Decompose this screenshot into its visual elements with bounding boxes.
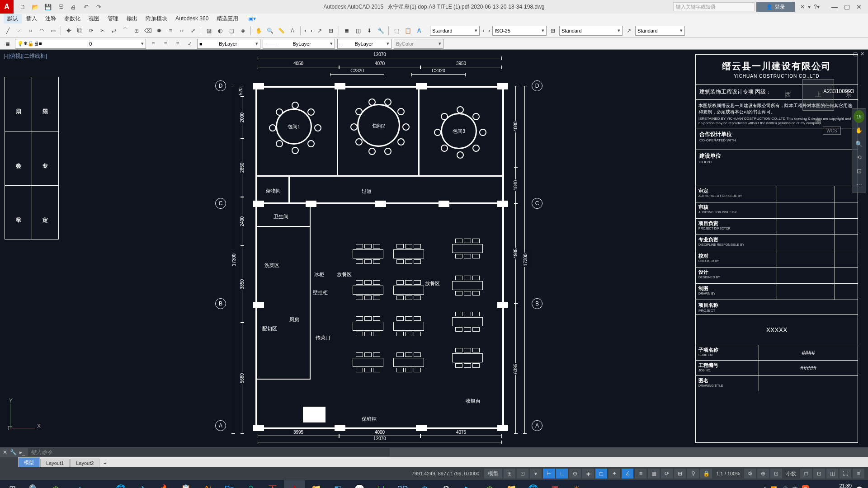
- ws-switch-icon[interactable]: ⚙: [744, 469, 756, 479]
- tab-layout2[interactable]: Layout2: [70, 459, 99, 467]
- layermgr-icon[interactable]: ≣: [3, 39, 13, 49]
- autoscale-toggle[interactable]: 🔒: [700, 469, 712, 479]
- polyline-icon[interactable]: ⟋: [14, 26, 24, 36]
- plot-icon[interactable]: 🖨: [69, 2, 78, 11]
- hatch-icon[interactable]: ▨: [204, 26, 214, 36]
- trans-toggle[interactable]: ▦: [648, 469, 660, 479]
- pan-icon[interactable]: ✋: [254, 26, 264, 36]
- units-icon[interactable]: ⊡: [770, 469, 782, 479]
- layer-combo[interactable]: 💡❄🔓🖨■ 0: [15, 39, 146, 49]
- nav-showm-icon[interactable]: ⊡: [854, 164, 864, 177]
- nav-wheel-icon[interactable]: 19: [854, 110, 864, 123]
- start-button[interactable]: ⊞: [2, 480, 23, 488]
- app-icon[interactable]: 🌐: [523, 480, 543, 488]
- sogou-icon[interactable]: S: [802, 485, 809, 488]
- mlstyle-combo[interactable]: Standard: [635, 26, 685, 36]
- polar-toggle[interactable]: ⊙: [569, 469, 581, 479]
- iso-toggle[interactable]: ◈: [582, 469, 594, 479]
- tablestyle-combo[interactable]: Standard: [559, 26, 623, 36]
- stretch-icon[interactable]: ↔: [177, 26, 187, 36]
- tab-model[interactable]: 模型: [18, 457, 40, 467]
- dimstyle-combo[interactable]: ISO-25: [492, 26, 547, 36]
- fillet-icon[interactable]: ⌒: [120, 26, 130, 36]
- circle-icon[interactable]: ○: [25, 26, 35, 36]
- tab-manage[interactable]: 管理: [104, 14, 122, 23]
- scale-display[interactable]: 1:1 / 100%: [713, 471, 743, 476]
- tab-featured[interactable]: 精选应用: [213, 14, 242, 23]
- command-line[interactable]: ✕ 🔧 ▸_ 键入命令: [0, 447, 868, 457]
- table-icon[interactable]: ⊞: [326, 26, 336, 36]
- rect-icon[interactable]: ▭: [48, 26, 58, 36]
- nav-orbit-icon[interactable]: ⟲: [854, 151, 864, 164]
- text2-icon[interactable]: A: [414, 26, 424, 36]
- app-icon[interactable]: ◉: [479, 480, 500, 488]
- cmd-close-icon[interactable]: ✕: [3, 449, 7, 455]
- cycle-toggle[interactable]: ⟳: [661, 469, 673, 479]
- exchange-icon[interactable]: ✕: [800, 4, 805, 10]
- app-icon[interactable]: 💬: [349, 480, 370, 488]
- tab-default[interactable]: 默认: [4, 14, 22, 23]
- help-icon[interactable]: ?▾: [814, 4, 820, 10]
- vp-close-icon[interactable]: ✕: [860, 51, 864, 57]
- app-icon[interactable]: 🔥: [154, 480, 175, 488]
- app-icon[interactable]: ✈: [132, 480, 153, 488]
- tab-insert[interactable]: 插入: [23, 14, 41, 23]
- move-icon[interactable]: ✥: [64, 26, 74, 36]
- app-icon[interactable]: Ai: [197, 480, 218, 488]
- help-search[interactable]: 键入关键字或短语: [673, 2, 755, 11]
- app-icon[interactable]: 📁: [501, 480, 522, 488]
- explode-icon[interactable]: ✹: [154, 26, 164, 36]
- qprop-icon[interactable]: □: [800, 469, 812, 479]
- iso2-icon[interactable]: ◫: [826, 469, 838, 479]
- mleader-icon[interactable]: ↗: [624, 26, 634, 36]
- tab-a360[interactable]: Autodesk 360: [172, 14, 212, 23]
- hw-icon[interactable]: ⊡: [813, 469, 825, 479]
- app-icon[interactable]: ▭: [609, 480, 630, 488]
- tab-add[interactable]: +: [100, 459, 110, 467]
- app-icon[interactable]: 3: [241, 480, 261, 488]
- cloud-icon[interactable]: ▾: [808, 4, 811, 10]
- app-icon[interactable]: 下: [262, 480, 283, 488]
- status-model[interactable]: 模型: [484, 469, 502, 479]
- rotate-icon[interactable]: ⟳: [86, 26, 96, 36]
- nav-pan-icon[interactable]: ✋: [854, 124, 864, 136]
- group-icon[interactable]: ⬚: [392, 26, 401, 36]
- app-icon[interactable]: ☁: [89, 480, 109, 488]
- linetype-combo[interactable]: ─── ByLayer: [263, 39, 335, 49]
- app-icon[interactable]: ▭: [631, 480, 652, 488]
- zoom-icon[interactable]: 🔍: [265, 26, 275, 36]
- boundary-icon[interactable]: ▢: [226, 26, 236, 36]
- tab-view[interactable]: 视图: [85, 14, 103, 23]
- dynamic-toggle[interactable]: ⊢: [543, 469, 555, 479]
- 3dosnap-toggle[interactable]: ✦: [609, 469, 620, 479]
- leader-icon[interactable]: ↗: [315, 26, 325, 36]
- units-display[interactable]: 小数: [783, 470, 799, 477]
- autocad-icon[interactable]: A: [284, 480, 305, 488]
- app-icon[interactable]: 📋: [175, 480, 196, 488]
- table2-icon[interactable]: ⊞: [548, 26, 558, 36]
- gradient-icon[interactable]: ◐: [215, 26, 225, 36]
- paste-icon[interactable]: 📋: [403, 26, 413, 36]
- app-icon[interactable]: ⚙: [436, 480, 457, 488]
- app-icon[interactable]: ☀: [566, 480, 587, 488]
- tab-layout1[interactable]: Layout1: [40, 459, 70, 467]
- ucs-icon[interactable]: YX: [5, 398, 41, 434]
- close-button[interactable]: ✕: [856, 3, 862, 10]
- app-icon[interactable]: ▶: [458, 480, 478, 488]
- mirror-icon[interactable]: ⇄: [109, 26, 119, 36]
- layer-icon[interactable]: ≣: [342, 26, 352, 36]
- match-icon[interactable]: ✓: [185, 39, 195, 49]
- scale-icon[interactable]: ⤢: [188, 26, 198, 36]
- tab-expand-icon[interactable]: ▣▾: [245, 14, 259, 23]
- clock[interactable]: 21:39 2020/6/13 星期六: [813, 483, 852, 488]
- ime-indicator[interactable]: 英: [793, 486, 797, 488]
- drawing-canvas[interactable]: [-][俯视][二维线框] — ▢ ✕ 日期图纸 会签专业 审核审定 12070…: [0, 50, 868, 447]
- app-icon[interactable]: 🗨: [371, 480, 392, 488]
- maximize-button[interactable]: ▢: [844, 3, 850, 10]
- tray-up-icon[interactable]: ^: [764, 486, 766, 488]
- lwt-toggle[interactable]: ≡: [635, 469, 646, 479]
- tab-addins[interactable]: 附加模块: [142, 14, 171, 23]
- tab-annotate[interactable]: 注释: [42, 14, 60, 23]
- app-logo[interactable]: A: [0, 0, 14, 14]
- otrack-toggle[interactable]: ∠: [622, 469, 633, 479]
